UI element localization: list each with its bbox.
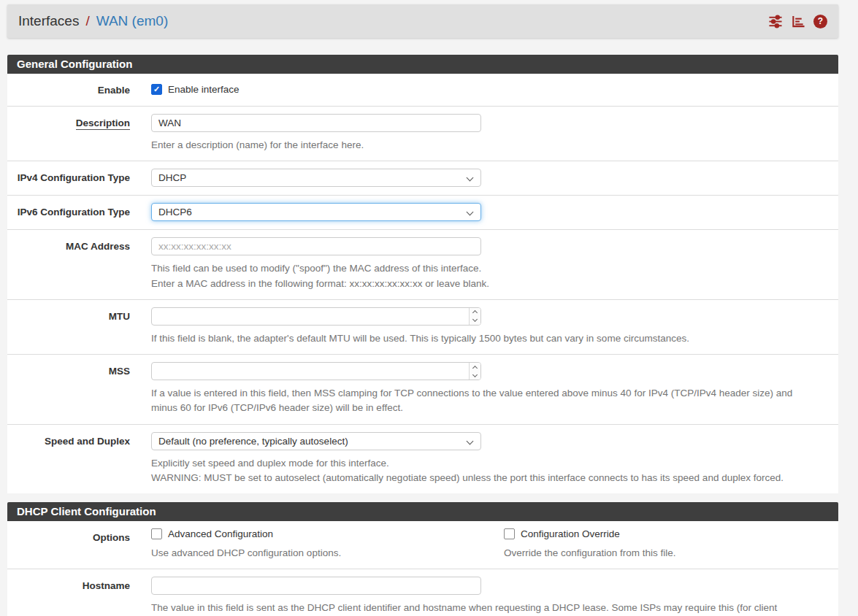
advanced-configuration-checkbox-label: Advanced Configuration [168, 528, 273, 539]
speed-duplex-input-col: Default (no preference, typically autose… [151, 432, 838, 486]
ipv6-input-col: DHCP6 [151, 203, 838, 221]
mss-input-col: If a value is entered in this field, the… [151, 362, 838, 416]
spinner-up-icon[interactable] [472, 365, 478, 370]
mss-help: If a value is entered in this field, the… [151, 386, 818, 416]
ipv6-configuration-type-select[interactable]: DHCP6 [151, 203, 481, 221]
mac-address-help-line1: This field can be used to modify ("spoof… [151, 261, 818, 276]
options-columns: Advanced Configuration Use advanced DHCP… [151, 528, 857, 561]
mss-label: MSS [7, 362, 130, 416]
enable-row: Enable Enable interface [7, 74, 838, 107]
breadcrumb: Interfaces / WAN (em0) [18, 13, 168, 29]
speed-and-duplex-row: Speed and Duplex Default (no preference,… [7, 425, 838, 494]
checkbox-unchecked-icon[interactable] [151, 528, 162, 539]
breadcrumb-interfaces[interactable]: Interfaces [18, 13, 79, 29]
options-input-col: Advanced Configuration Use advanced DHCP… [151, 528, 858, 561]
mtu-row: MTU If this field is blank, the adapter'… [7, 300, 838, 355]
general-configuration-title: General Configuration [7, 55, 838, 74]
mtu-label: MTU [7, 307, 130, 346]
chevron-down-icon [467, 209, 474, 216]
dhcp-client-configuration-panel: DHCP Client Configuration Options Advanc… [7, 502, 838, 616]
description-input-col: Enter a description (name) for the inter… [151, 114, 838, 153]
number-spinner[interactable] [469, 363, 480, 380]
speed-duplex-help-line1: Explicitly set speed and duplex mode for… [151, 456, 818, 471]
mtu-input[interactable] [151, 307, 481, 326]
advanced-configuration-checkbox[interactable]: Advanced Configuration [151, 528, 504, 539]
configuration-override-help: Override the configuration from this fil… [504, 546, 857, 561]
ipv6-selected-value: DHCP6 [158, 207, 192, 217]
enable-interface-checkbox[interactable]: Enable interface [151, 84, 818, 95]
ipv6-configuration-type-row: IPv6 Configuration Type DHCP6 [7, 196, 838, 230]
status-chart-icon[interactable] [791, 15, 805, 28]
general-configuration-panel: General Configuration Enable Enable inte… [7, 55, 838, 493]
ipv4-configuration-type-row: IPv4 Configuration Type DHCP [7, 161, 838, 196]
speed-duplex-help-line2: WARNING: MUST be set to autoselect (auto… [151, 471, 818, 485]
hostname-input-col: The value in this field is sent as the D… [151, 577, 838, 616]
mac-address-help-line2: Enter a MAC address in the following for… [151, 277, 818, 291]
configuration-override-option: Configuration Override Override the conf… [504, 528, 857, 561]
speed-duplex-help: Explicitly set speed and duplex mode for… [151, 456, 818, 486]
options-row: Options Advanced Configuration Use advan… [7, 521, 838, 569]
breadcrumb-bar: Interfaces / WAN (em0) [7, 4, 838, 38]
ipv6-configuration-type-label: IPv6 Configuration Type [7, 203, 130, 221]
speed-duplex-selected-value: Default (no preference, typically autose… [158, 436, 348, 447]
content-container: Interfaces / WAN (em0) [7, 4, 838, 616]
description-label: Description [7, 114, 130, 153]
description-input[interactable] [151, 114, 481, 132]
page: Interfaces / WAN (em0) [0, 0, 858, 616]
ipv4-selected-value: DHCP [158, 172, 186, 183]
spinner-down-icon[interactable] [472, 371, 478, 377]
speed-and-duplex-select[interactable]: Default (no preference, typically autose… [151, 432, 481, 450]
mac-input-col: This field can be used to modify ("spoof… [151, 237, 838, 291]
configuration-override-checkbox[interactable]: Configuration Override [504, 528, 857, 539]
general-configuration-body: Enable Enable interface Description Ente… [7, 74, 838, 493]
ipv4-configuration-type-label: IPv4 Configuration Type [7, 169, 130, 187]
chevron-down-icon [467, 437, 474, 444]
speed-and-duplex-label: Speed and Duplex [7, 432, 130, 486]
mtu-help: If this field is blank, the adapter's de… [151, 331, 818, 346]
mss-row: MSS If a value is entered in this field,… [7, 355, 838, 425]
description-help: Enter a description (name) for the inter… [151, 138, 818, 153]
hostname-label: Hostname [7, 577, 130, 616]
mac-address-input[interactable] [151, 237, 481, 255]
advanced-configuration-help: Use advanced DHCP configuration options. [151, 546, 504, 561]
advanced-configuration-option: Advanced Configuration Use advanced DHCP… [151, 528, 504, 561]
mac-address-row: MAC Address This field can be used to mo… [7, 230, 838, 300]
hostname-row: Hostname The value in this field is sent… [7, 569, 838, 616]
mss-input[interactable] [151, 362, 481, 380]
mac-address-label: MAC Address [7, 237, 130, 291]
enable-interface-checkbox-label: Enable interface [168, 84, 240, 95]
mss-number-field [151, 362, 481, 380]
chevron-down-icon [467, 174, 474, 182]
number-spinner[interactable] [469, 308, 480, 325]
configuration-override-checkbox-label: Configuration Override [521, 528, 620, 539]
options-label: Options [7, 528, 130, 561]
dhcp-client-configuration-body: Options Advanced Configuration Use advan… [7, 521, 838, 616]
mac-address-help: This field can be used to modify ("spoof… [151, 261, 818, 291]
spinner-up-icon[interactable] [472, 310, 478, 315]
spinner-down-icon[interactable] [472, 317, 478, 322]
help-icon[interactable]: ? [813, 15, 827, 28]
ipv4-configuration-type-select[interactable]: DHCP [151, 169, 481, 187]
mtu-number-field [151, 307, 481, 326]
breadcrumb-separator: / [85, 13, 89, 29]
checkbox-unchecked-icon[interactable] [504, 528, 515, 539]
checkbox-checked-icon[interactable] [151, 84, 162, 95]
ipv4-input-col: DHCP [151, 169, 838, 187]
enable-input-col: Enable interface [151, 84, 838, 96]
description-row: Description Enter a description (name) f… [7, 107, 838, 161]
sliders-icon[interactable] [768, 15, 783, 28]
hostname-input[interactable] [151, 577, 481, 595]
enable-label: Enable [7, 84, 130, 96]
header-icons: ? [768, 15, 827, 28]
breadcrumb-wan-em0[interactable]: WAN (em0) [96, 13, 169, 29]
mtu-input-col: If this field is blank, the adapter's de… [151, 307, 838, 346]
hostname-help: The value in this field is sent as the D… [151, 601, 818, 616]
dhcp-client-configuration-title: DHCP Client Configuration [7, 502, 838, 521]
